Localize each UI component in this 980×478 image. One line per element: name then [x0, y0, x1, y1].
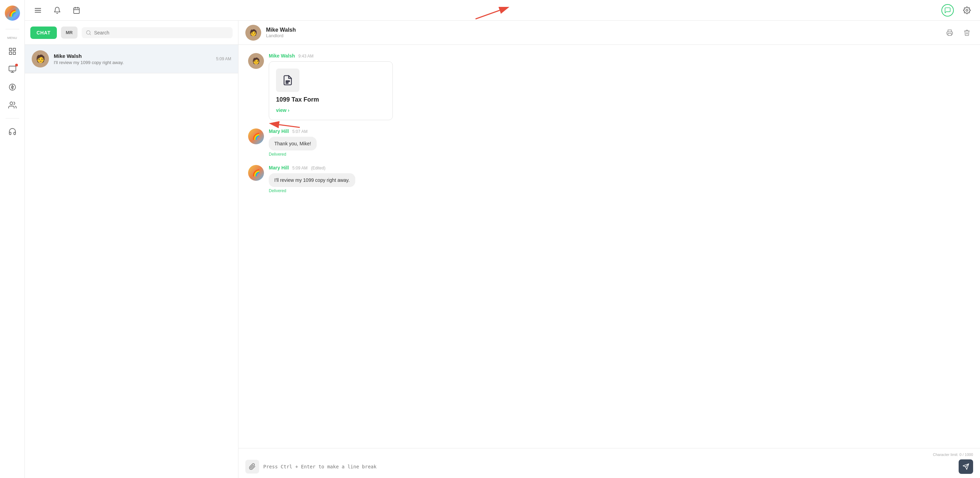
message-edited-label: (Edited)	[311, 166, 325, 170]
chat-detail-header: 🧑 Mike Walsh Landlord	[239, 21, 980, 45]
table-row: 🌈 Mary Hill 5:09 AM (Edited) I'll review…	[248, 165, 970, 193]
svg-rect-4	[9, 66, 16, 71]
document-icon	[276, 68, 299, 92]
table-row: 🌈 Mary Hill 5:07 AM Thank you, Mike! Del…	[248, 129, 970, 157]
chat-list-items: 🧑 Mike Walsh I'll review my 1099 copy ri…	[25, 45, 238, 73]
menu-toggle-button[interactable]	[32, 4, 44, 16]
sender-name: Mary Hill	[269, 129, 289, 134]
document-title: 1099 Tax Form	[276, 96, 319, 103]
calendar-icon[interactable]	[70, 4, 83, 16]
messages-area: 🧑 Mike Walsh 9:43 AM	[239, 45, 980, 448]
message-bubble: Thank you, Mike!	[269, 137, 317, 151]
chat-detail-panel: 🧑 Mike Walsh Landlord	[239, 21, 980, 478]
top-header	[25, 0, 980, 21]
document-card: 1099 Tax Form view ›	[269, 61, 393, 120]
message-status: Delivered	[269, 152, 970, 157]
sidebar-item-tenants[interactable]	[5, 97, 20, 113]
svg-rect-3	[13, 52, 16, 54]
svg-rect-19	[286, 83, 288, 84]
detail-avatar: 🧑	[245, 25, 261, 41]
message-status: Delivered	[269, 188, 970, 193]
char-limit-label: Character limit: 0 / 1000	[933, 453, 973, 457]
search-icon	[86, 30, 91, 35]
message-time: 9:43 AM	[298, 54, 313, 59]
message-time: 5:07 AM	[292, 129, 307, 134]
sender-avatar-mary: 🌈	[248, 129, 264, 144]
svg-rect-1	[13, 48, 16, 51]
delete-button[interactable]	[961, 27, 973, 39]
bell-icon[interactable]	[51, 4, 64, 16]
message-content: Mary Hill 5:07 AM Thank you, Mike! Deliv…	[269, 129, 970, 157]
settings-icon[interactable]	[961, 4, 973, 16]
message-content: Mary Hill 5:09 AM (Edited) I'll review m…	[269, 165, 970, 193]
sidebar-divider-1	[5, 29, 19, 29]
chat-item-name: Mike Walsh	[54, 53, 211, 59]
sender-name: Mary Hill	[269, 165, 289, 170]
svg-rect-10	[74, 8, 80, 13]
chat-list-header: CHAT MR	[25, 21, 238, 45]
svg-rect-18	[286, 81, 290, 82]
chat-item-avatar: 🧑	[32, 50, 49, 68]
mr-button[interactable]: MR	[61, 27, 78, 38]
sender-name: Mike Walsh	[269, 53, 295, 59]
sender-avatar-mike: 🧑	[248, 53, 264, 69]
document-view-link[interactable]: view ›	[276, 108, 290, 113]
list-item[interactable]: 🧑 Mike Walsh I'll review my 1099 copy ri…	[25, 45, 238, 73]
sender-avatar-mary-2: 🌈	[248, 165, 264, 181]
search-input[interactable]	[94, 30, 229, 35]
sidebar-divider-2	[5, 118, 19, 119]
sidebar-item-dashboard[interactable]	[5, 44, 20, 59]
detail-contact-info: Mike Walsh Landlord	[266, 27, 296, 38]
svg-rect-0	[9, 48, 12, 51]
message-header: Mary Hill 5:07 AM	[269, 129, 970, 134]
svg-point-6	[10, 102, 13, 105]
message-bubble: I'll review my 1099 copy right away.	[269, 173, 355, 187]
chat-list-panel: CHAT MR 🧑 Mike Walsh I'll review my 1099…	[25, 21, 239, 478]
chat-item-preview: I'll review my 1099 copy right away.	[54, 60, 211, 65]
char-limit-bar: Character limit: 0 / 1000	[245, 453, 973, 457]
input-row	[245, 459, 973, 474]
detail-contact-role: Landlord	[266, 33, 296, 38]
search-box	[82, 27, 232, 38]
send-button[interactable]	[959, 459, 973, 474]
message-content: Mike Walsh 9:43 AM	[269, 53, 970, 120]
chat-button[interactable]: CHAT	[30, 27, 57, 39]
attach-button[interactable]	[245, 460, 259, 473]
sidebar-item-support[interactable]	[5, 124, 20, 139]
svg-line-16	[89, 34, 91, 35]
detail-contact-name: Mike Walsh	[266, 27, 296, 33]
message-time: 5:09 AM	[292, 166, 307, 170]
sidebar: 🌈 MENU	[0, 0, 25, 478]
message-header: Mary Hill 5:09 AM (Edited)	[269, 165, 970, 170]
main-content: CHAT MR 🧑 Mike Walsh I'll review my 1099…	[25, 0, 980, 478]
svg-rect-17	[948, 33, 951, 35]
body-split: CHAT MR 🧑 Mike Walsh I'll review my 1099…	[25, 21, 980, 478]
svg-point-14	[966, 9, 968, 11]
user-avatar[interactable]: 🌈	[5, 5, 20, 21]
message-header: Mike Walsh 9:43 AM	[269, 53, 970, 59]
chat-input-area: Character limit: 0 / 1000	[239, 448, 980, 478]
chat-input[interactable]	[263, 460, 955, 473]
print-button[interactable]	[943, 27, 956, 39]
sidebar-item-payments[interactable]	[5, 79, 20, 95]
chat-item-info: Mike Walsh I'll review my 1099 copy righ…	[54, 53, 211, 65]
sidebar-item-maintenance[interactable]	[5, 62, 20, 77]
chat-bubble-button[interactable]	[942, 4, 954, 16]
chat-item-time: 5:09 AM	[216, 57, 231, 61]
menu-label: MENU	[7, 36, 17, 40]
table-row: 🧑 Mike Walsh 9:43 AM	[248, 53, 970, 120]
svg-rect-2	[9, 52, 12, 54]
